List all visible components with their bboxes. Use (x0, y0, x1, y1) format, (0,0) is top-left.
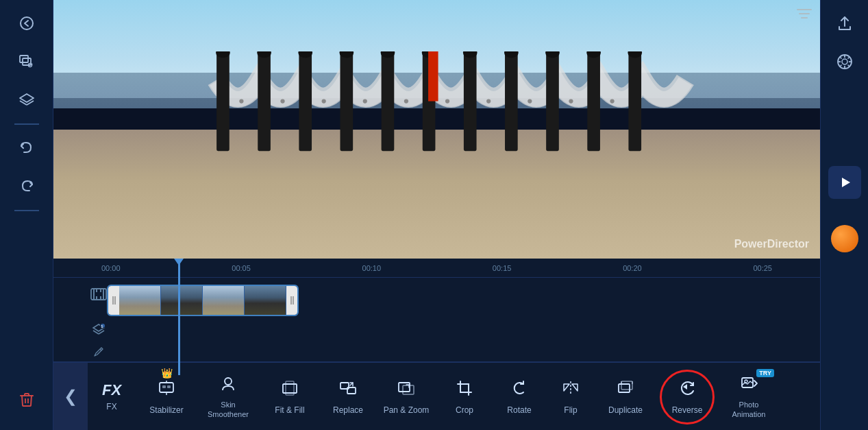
clip-thumbnails (119, 286, 286, 315)
toolbar-item-photoanimation[interactable]: TRY PhotoAnimation (718, 363, 780, 430)
left-sidebar (0, 0, 53, 430)
help-settings-icon[interactable] (828, 45, 861, 78)
svg-rect-75 (403, 385, 414, 394)
svg-rect-51 (96, 296, 97, 300)
reverse-icon (677, 379, 697, 403)
svg-line-95 (847, 65, 850, 67)
svg-rect-49 (96, 289, 97, 292)
svg-point-38 (445, 99, 449, 104)
duplicate-icon (616, 379, 635, 403)
clip-thumb-3 (203, 286, 245, 315)
svg-rect-2 (23, 58, 31, 65)
skin-icon (219, 374, 238, 398)
flip-icon (561, 379, 580, 403)
replace-icon (338, 379, 358, 403)
rotate-icon (510, 379, 529, 403)
back-icon[interactable] (10, 7, 43, 40)
reverse-label: Reverse (672, 405, 703, 415)
replace-label: Replace (333, 405, 363, 415)
svg-marker-5 (20, 94, 34, 102)
play-button[interactable] (828, 166, 861, 199)
video-track[interactable] (107, 283, 820, 318)
svg-rect-45 (801, 17, 808, 19)
clip-thumb-4 (245, 286, 286, 315)
media-music-icon[interactable] (10, 45, 43, 78)
watermark: PowerDirector (734, 238, 809, 250)
toolbar-item-stabilizer[interactable]: 👑 Stabilizer (136, 363, 197, 430)
export-icon[interactable] (828, 7, 861, 40)
orange-dot[interactable] (831, 225, 858, 252)
clip-handle-left[interactable] (108, 286, 119, 315)
ruler-mark-1: 00:05 (232, 264, 251, 272)
stabilizer-icon (157, 379, 176, 403)
timeline-area: 00:00 00:05 00:10 00:15 00:20 00:25 (53, 259, 820, 361)
svg-rect-64 (160, 383, 173, 392)
svg-point-69 (225, 378, 232, 385)
svg-rect-11 (258, 51, 271, 151)
toolbar-item-duplicate[interactable]: Duplicate (595, 363, 656, 430)
layers-icon[interactable] (10, 84, 43, 117)
fx-label: FX (106, 402, 116, 411)
svg-point-33 (239, 99, 243, 104)
svg-rect-20 (628, 51, 641, 151)
toolbar-item-fitfill[interactable]: Fit & Fill (259, 363, 321, 430)
skin-label: SkinSmoothener (208, 401, 249, 418)
svg-rect-50 (100, 289, 101, 292)
video-preview: PowerDirector (53, 0, 820, 259)
bottom-toolbar: ❮ FX FX 👑 (53, 361, 820, 430)
right-sidebar (820, 0, 868, 430)
photoanimation-label: PhotoAnimation (732, 401, 766, 418)
fitfill-icon (280, 379, 299, 403)
playhead[interactable] (178, 259, 180, 375)
svg-rect-65 (162, 385, 166, 388)
svg-point-35 (322, 99, 326, 104)
svg-point-87 (745, 380, 747, 383)
panzoom-label: Pan & Zoom (384, 405, 430, 415)
undo-icon[interactable] (10, 132, 43, 165)
svg-rect-70 (283, 384, 297, 393)
ruler-mark-5: 00:25 (753, 264, 772, 272)
fence-scene: PowerDirector (53, 0, 820, 259)
svg-point-40 (528, 99, 532, 104)
svg-point-89 (842, 59, 847, 64)
ruler-mark-2: 00:10 (362, 264, 382, 272)
toolbar-item-panzoom[interactable]: Pan & Zoom (375, 363, 437, 430)
svg-rect-17 (505, 51, 518, 151)
clip-handle-right[interactable] (286, 286, 297, 315)
svg-point-0 (21, 17, 33, 29)
ruler-mark-0: 00:00 (101, 264, 121, 272)
svg-rect-52 (100, 296, 101, 300)
toolbar-scroll-left[interactable]: ❮ (53, 363, 88, 430)
toolbar-item-fx[interactable]: FX FX (88, 363, 136, 430)
settings-overlay-icon[interactable] (797, 8, 812, 23)
svg-rect-44 (799, 13, 810, 14)
svg-rect-10 (216, 51, 230, 151)
toolbar-item-rotate[interactable]: Rotate (492, 363, 547, 430)
toolbar-item-flip[interactable]: Flip (547, 363, 595, 430)
timeline-tracks: 1 (53, 278, 820, 360)
svg-rect-19 (587, 51, 600, 151)
video-clip[interactable] (107, 285, 299, 316)
try-badge: TRY (756, 366, 774, 378)
svg-rect-66 (167, 385, 171, 388)
delete-icon[interactable] (10, 383, 43, 416)
main-content: PowerDirector 00:00 00:05 00:10 00:15 00… (53, 0, 820, 430)
toolbar-item-reverse[interactable]: Reverse (656, 363, 718, 430)
toolbar-items: FX FX 👑 Stabilizer (88, 363, 780, 430)
redo-icon[interactable] (10, 170, 43, 203)
svg-marker-81 (572, 384, 578, 391)
sidebar-divider-1 (14, 123, 39, 125)
svg-point-41 (569, 99, 573, 104)
toolbar-item-crop[interactable]: Crop (437, 363, 492, 430)
toolbar-item-replace[interactable]: Replace (321, 363, 375, 430)
duplicate-label: Duplicate (608, 405, 643, 415)
rotate-label: Rotate (507, 405, 531, 415)
svg-rect-14 (382, 51, 395, 151)
toolbar-item-skin[interactable]: SkinSmoothener (197, 363, 259, 430)
svg-marker-80 (564, 384, 569, 391)
crop-icon (455, 379, 474, 403)
photoanimation-icon (739, 374, 758, 398)
clip-thumb-2 (161, 286, 203, 315)
pen-track-icon (89, 342, 108, 361)
panzoom-icon (397, 379, 416, 403)
